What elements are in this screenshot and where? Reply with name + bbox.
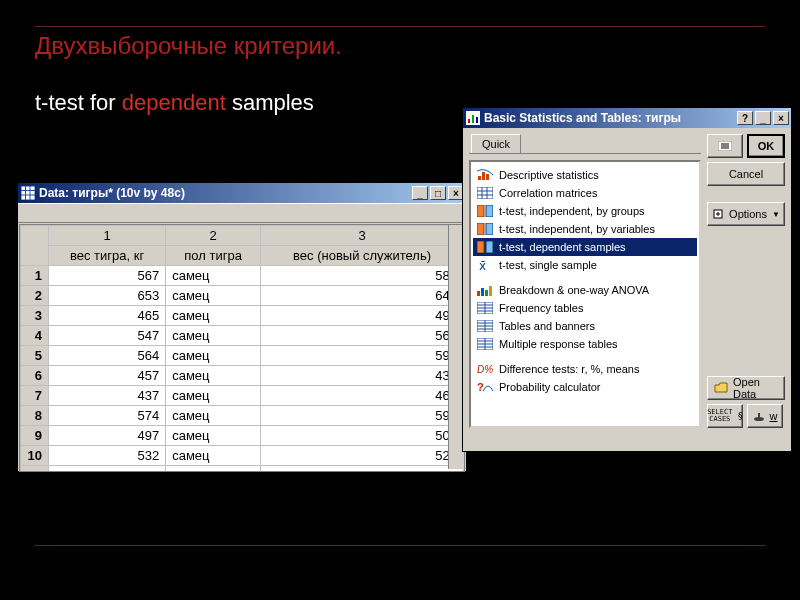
col-num-2[interactable]: 2 <box>166 226 261 246</box>
row-header[interactable]: 6 <box>21 366 49 386</box>
collapse-button[interactable]: _ <box>755 111 771 125</box>
col-label-2[interactable]: пол тигра <box>166 246 261 266</box>
table-row[interactable]: 8574самец590 <box>21 406 464 426</box>
cell-weight-new[interactable]: 498 <box>261 306 464 326</box>
row-header[interactable]: 1 <box>21 266 49 286</box>
analysis-item[interactable]: Correlation matrices <box>473 184 697 202</box>
cell-sex[interactable]: самец <box>166 266 261 286</box>
table-row[interactable]: 7437самец467 <box>21 386 464 406</box>
cell-sex[interactable]: самец <box>166 366 261 386</box>
tab-quick[interactable]: Quick <box>471 134 521 153</box>
analysis-item[interactable]: Breakdown & one-way ANOVA <box>473 281 697 299</box>
col-num-1[interactable]: 1 <box>49 226 166 246</box>
cell-sex[interactable]: самец <box>166 426 261 446</box>
table-row[interactable]: 6457самец438 <box>21 366 464 386</box>
cell-weight[interactable]: 504 <box>49 466 166 472</box>
analysis-item[interactable]: Frequency tables <box>473 299 697 317</box>
cell-weight-new[interactable]: 567 <box>261 326 464 346</box>
minimize-button[interactable]: _ <box>412 186 428 200</box>
cell-weight-new[interactable]: 438 <box>261 366 464 386</box>
data-window: Data: тигры* (10v by 48c) _ □ × 1 2 3 ве… <box>17 182 467 472</box>
cell-weight[interactable]: 437 <box>49 386 166 406</box>
cell-weight-new[interactable]: 598 <box>261 346 464 366</box>
data-window-title: Data: тигры* (10v by 48c) <box>39 186 185 200</box>
cell-weight-new[interactable]: 590 <box>261 406 464 426</box>
row-header[interactable]: 9 <box>21 426 49 446</box>
analysis-item[interactable]: t-test, independent, by groups <box>473 202 697 220</box>
cell-weight[interactable]: 567 <box>49 266 166 286</box>
cell-weight-new[interactable]: 501 <box>261 426 464 446</box>
row-header[interactable]: 8 <box>21 406 49 426</box>
stats-dialog: Basic Statistics and Tables: тигры ? _ ×… <box>462 107 792 452</box>
svg-rect-27 <box>489 286 492 296</box>
help-button[interactable]: ? <box>737 111 753 125</box>
analysis-item[interactable]: D%Difference tests: r, %, means <box>473 360 697 378</box>
analysis-item[interactable]: ?Probability calculator <box>473 378 697 396</box>
analysis-item[interactable]: t-test, dependent samples <box>473 238 697 256</box>
cell-weight[interactable]: 465 <box>49 306 166 326</box>
analysis-item-label: t-test, dependent samples <box>499 241 626 253</box>
ok-button[interactable]: OK <box>747 134 785 158</box>
data-window-titlebar[interactable]: Data: тигры* (10v by 48c) _ □ × <box>18 183 466 203</box>
dialog-titlebar[interactable]: Basic Statistics and Tables: тигры ? _ × <box>463 108 791 128</box>
table-row[interactable]: 9497самец501 <box>21 426 464 446</box>
cell-sex[interactable]: самец <box>166 466 261 472</box>
table-row[interactable]: 3465самец498 <box>21 306 464 326</box>
analysis-item[interactable]: Tables and banners <box>473 317 697 335</box>
analysis-item[interactable]: Multiple response tables <box>473 335 697 353</box>
cell-weight-new[interactable]: 645 <box>261 286 464 306</box>
analysis-item-label: t-test, independent, by groups <box>499 205 645 217</box>
cell-sex[interactable]: самец <box>166 446 261 466</box>
cell-weight-new[interactable]: 467 <box>261 386 464 406</box>
cell-sex[interactable]: самец <box>166 286 261 306</box>
cell-sex[interactable]: самец <box>166 406 261 426</box>
data-grid[interactable]: 1 2 3 вес тигра, кг пол тигра вес (новый… <box>19 224 465 472</box>
select-cases-button[interactable]: SELECT CASES § <box>707 404 743 428</box>
table-row[interactable]: 5564самец598 <box>21 346 464 366</box>
table-row[interactable]: 11504самец510 <box>21 466 464 472</box>
cell-sex[interactable]: самец <box>166 386 261 406</box>
row-header[interactable]: 2 <box>21 286 49 306</box>
svg-rect-20 <box>486 223 493 235</box>
row-header[interactable]: 3 <box>21 306 49 326</box>
analysis-list[interactable]: Descriptive statisticsCorrelation matric… <box>469 160 701 428</box>
options-button[interactable]: Options ▼ <box>707 202 785 226</box>
table-row[interactable]: 4547самец567 <box>21 326 464 346</box>
list-separator <box>477 277 693 278</box>
close-button[interactable]: × <box>773 111 789 125</box>
col-label-1[interactable]: вес тигра, кг <box>49 246 166 266</box>
cell-weight[interactable]: 457 <box>49 366 166 386</box>
row-header[interactable]: 10 <box>21 446 49 466</box>
col-num-3[interactable]: 3 <box>261 226 464 246</box>
table-row[interactable]: 1567самец589 <box>21 266 464 286</box>
analysis-item[interactable]: t-test, independent, by variables <box>473 220 697 238</box>
row-header[interactable]: 5 <box>21 346 49 366</box>
svg-rect-17 <box>477 205 484 217</box>
table-row[interactable]: 10532самец523 <box>21 446 464 466</box>
cell-weight-new[interactable]: 510 <box>261 466 464 472</box>
weighted-button[interactable]: w <box>747 404 783 428</box>
cell-sex[interactable]: самец <box>166 346 261 366</box>
cancel-button[interactable]: Cancel <box>707 162 785 186</box>
summary-button[interactable] <box>707 134 743 158</box>
row-header[interactable]: 4 <box>21 326 49 346</box>
row-header[interactable]: 11 <box>21 466 49 472</box>
cell-weight[interactable]: 547 <box>49 326 166 346</box>
cell-weight-new[interactable]: 589 <box>261 266 464 286</box>
row-header[interactable]: 7 <box>21 386 49 406</box>
maximize-button[interactable]: □ <box>430 186 446 200</box>
open-data-button[interactable]: Open Data <box>707 376 785 400</box>
cell-weight[interactable]: 564 <box>49 346 166 366</box>
cell-weight[interactable]: 653 <box>49 286 166 306</box>
analysis-item[interactable]: x̄t-test, single sample <box>473 256 697 274</box>
cell-weight[interactable]: 574 <box>49 406 166 426</box>
cell-sex[interactable]: самец <box>166 306 261 326</box>
cell-weight[interactable]: 497 <box>49 426 166 446</box>
analysis-item[interactable]: Descriptive statistics <box>473 166 697 184</box>
col-label-3[interactable]: вес (новый служитель) <box>261 246 464 266</box>
table-row[interactable]: 2653самец645 <box>21 286 464 306</box>
svg-rect-0 <box>21 186 35 200</box>
cell-weight[interactable]: 532 <box>49 446 166 466</box>
cell-weight-new[interactable]: 523 <box>261 446 464 466</box>
cell-sex[interactable]: самец <box>166 326 261 346</box>
